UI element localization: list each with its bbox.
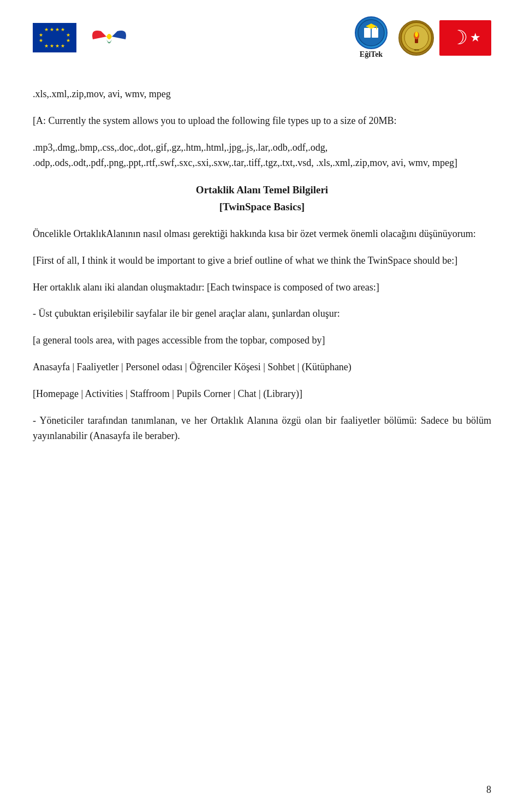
main-content: .xls,.xml,.zip,mov, avi, wmv, mpeg [A: C… xyxy=(33,86,491,444)
eu-flag-logo: ★★★★ ★★ ★★ ★★★★ xyxy=(33,23,76,52)
intro-english: [First of all, I think it would be impor… xyxy=(33,253,491,269)
egitek-text: EğiTek xyxy=(360,50,383,59)
page-number: 8 xyxy=(486,784,491,796)
star-icon: ★ xyxy=(470,31,481,45)
heading-sub: [TwinSpace Basics] xyxy=(33,199,491,215)
topbar-area-turkish: - Üst çubuktan erişilebilir sayfalar ile… xyxy=(33,306,491,322)
egitek-logo: EğiTek xyxy=(349,16,393,59)
turkish-flag: ☽ ★ xyxy=(439,20,491,56)
header: ★★★★ ★★ ★★ ★★★★ xyxy=(33,16,491,64)
file-types-full: .mp3,.dmg,.bmp,.css,.doc,.dot,.gif,.gz,.… xyxy=(33,140,491,171)
activities-section-turkish: - Yöneticiler tarafından tanımlanan, ve … xyxy=(33,413,491,444)
page-container: ★★★★ ★★ ★★ ★★★★ xyxy=(0,0,524,812)
two-areas-turkish: Her ortaklık alanı iki alandan oluşmakta… xyxy=(33,280,491,295)
upload-intro: [A: Currently the system allows you to u… xyxy=(33,113,491,129)
file-types-line1: .xls,.xml,.zip,mov, avi, wmv, mpeg xyxy=(33,86,491,102)
nav-items-turkish: Anasayfa | Faaliyetler | Personel odası … xyxy=(33,359,491,375)
crescent-star-icon: ☽ xyxy=(450,28,468,48)
heading-main: Ortaklik Alanı Temel Bilgileri xyxy=(33,182,491,198)
topbar-area-english: [a general tools area, with pages access… xyxy=(33,333,491,348)
intro-turkish: Öncelikle OrtaklıkAlanının nasıl olması … xyxy=(33,226,491,242)
egitek-badge xyxy=(355,16,388,49)
nav-items-english: [Homepage | Activities | Staffroom | Pup… xyxy=(33,386,491,402)
svg-rect-1 xyxy=(364,28,371,38)
svg-text:MEB: MEB xyxy=(414,49,419,51)
bird-logo xyxy=(87,23,131,52)
meb-badge: MEB xyxy=(398,20,434,56)
header-left-logos: ★★★★ ★★ ★★ ★★★★ xyxy=(33,23,131,52)
svg-point-10 xyxy=(415,32,418,37)
section-heading: Ortaklik Alanı Temel Bilgileri [TwinSpac… xyxy=(33,182,491,215)
header-right-logos: EğiTek MEB ☽ ★ xyxy=(349,16,491,59)
svg-rect-2 xyxy=(372,28,378,38)
